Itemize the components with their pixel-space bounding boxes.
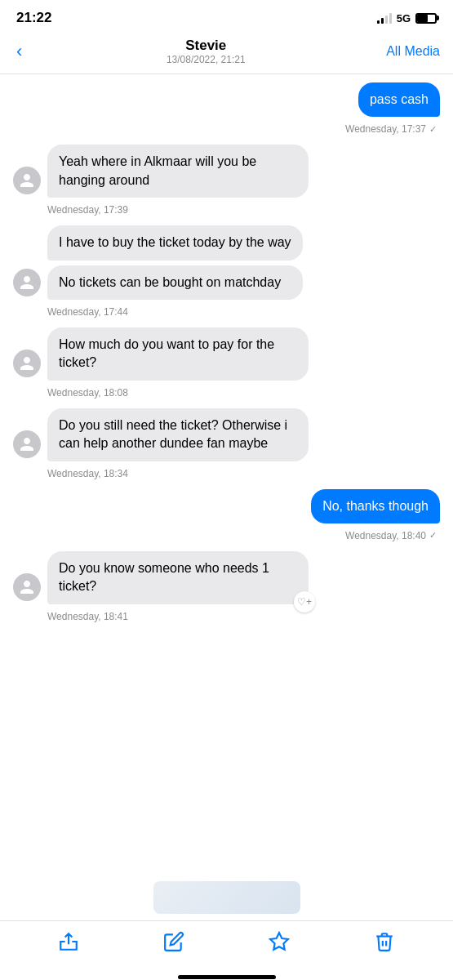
bubble-incoming: I have to buy the ticket today by the wa… <box>47 225 303 260</box>
all-media-button[interactable]: All Media <box>386 44 440 59</box>
timestamp: Wednesday, 18:34 <box>13 468 440 479</box>
signal-icon <box>377 12 392 24</box>
bubble-incoming: How much do you want to pay for the tick… <box>47 327 309 381</box>
checkmark-icon: ✓ <box>429 124 437 135</box>
timestamp: Wednesday, 18:41 <box>13 611 440 622</box>
status-time: 21:22 <box>16 10 51 26</box>
reaction-icon[interactable]: ♡+ <box>294 591 315 612</box>
avatar <box>13 573 41 601</box>
home-indicator <box>0 975 453 980</box>
bubble-group: Yeah where in Alkmaar will you be hangin… <box>47 145 309 198</box>
reaction-wrapper: Do you know someone who needs 1 ticket? … <box>47 551 309 604</box>
contact-name: Stevie <box>167 38 246 54</box>
message-group-row: Do you still need the ticket? Otherwise … <box>13 408 440 461</box>
bubble-incoming: Do you still need the ticket? Otherwise … <box>47 408 309 461</box>
checkmark-icon: ✓ <box>429 530 437 541</box>
message-group-row: Do you know someone who needs 1 ticket? … <box>13 551 440 604</box>
battery-icon <box>415 13 437 24</box>
preview-bar <box>0 875 453 920</box>
avatar <box>13 350 41 377</box>
contact-date: 13/08/2022, 21:21 <box>167 54 246 65</box>
bubble-group: I have to buy the ticket today by the wa… <box>47 225 303 300</box>
bubble-incoming: No tickets can be bought on matchday <box>47 265 303 300</box>
timestamp: Wednesday, 18:40 ✓ <box>13 530 440 541</box>
timestamp: Wednesday, 18:08 <box>13 387 440 399</box>
status-bar: 21:22 5G <box>0 0 453 31</box>
avatar <box>13 269 41 296</box>
network-label: 5G <box>397 12 411 24</box>
timestamp: Wednesday, 17:39 <box>13 204 440 216</box>
star-button[interactable] <box>269 931 290 952</box>
timestamp: Wednesday, 17:44 <box>13 306 440 318</box>
header-center: Stevie 13/08/2022, 21:21 <box>167 38 246 65</box>
avatar <box>13 167 41 194</box>
message-row: pass cash <box>13 82 440 117</box>
message-row: No, thanks though <box>13 489 440 523</box>
bubble-outgoing: pass cash <box>358 82 440 117</box>
bubble-incoming: Yeah where in Alkmaar will you be hangin… <box>47 145 309 198</box>
message-group-row: How much do you want to pay for the tick… <box>13 327 440 381</box>
preview-image <box>153 881 300 914</box>
messages-container: pass cash Wednesday, 17:37 ✓ Yeah where … <box>0 74 453 875</box>
bubble-incoming: Do you know someone who needs 1 ticket? <box>47 551 309 604</box>
avatar <box>13 430 41 458</box>
share-button[interactable] <box>58 931 79 952</box>
message-group-row: I have to buy the ticket today by the wa… <box>13 225 440 300</box>
edit-button[interactable] <box>163 931 184 952</box>
delete-button[interactable] <box>374 931 395 952</box>
svg-marker-0 <box>270 933 288 950</box>
home-indicator-bar <box>178 975 276 979</box>
bottom-toolbar <box>0 920 453 975</box>
chat-header: ‹ Stevie 13/08/2022, 21:21 All Media <box>0 31 453 74</box>
status-icons: 5G <box>377 12 437 24</box>
back-button[interactable]: ‹ <box>13 38 25 65</box>
message-group-row: Yeah where in Alkmaar will you be hangin… <box>13 145 440 198</box>
timestamp: Wednesday, 17:37 ✓ <box>13 123 440 135</box>
bubble-outgoing: No, thanks though <box>311 489 440 523</box>
